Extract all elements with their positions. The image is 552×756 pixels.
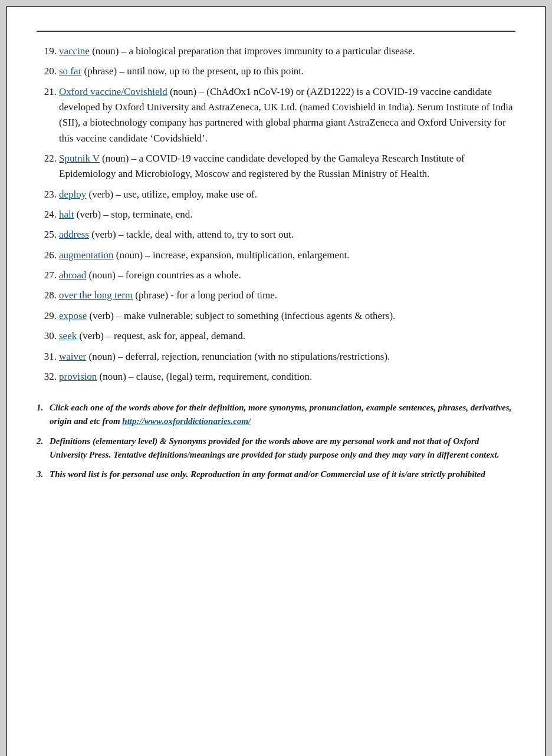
note-item-content: Click each one of the words above for th… [50,401,515,429]
word-link[interactable]: Sputnik V [59,153,100,164]
item-number: 30. [37,328,59,344]
item-content: deploy (verb) – use, utilize, employ, ma… [59,187,515,202]
note-item-number: 3. [37,468,50,481]
item-number: 29. [37,308,59,324]
item-content: Oxford vaccine/Covishield (noun) – (ChAd… [59,84,515,146]
word-link[interactable]: seek [59,330,77,341]
item-number: 31. [37,349,59,364]
word-link[interactable]: expose [59,310,87,321]
word-list-item: 30.seek (verb) – request, ask for, appea… [37,328,515,344]
word-list-item: 26.augmentation (noun) – increase, expan… [37,248,515,263]
word-list-item: 21.Oxford vaccine/Covishield (noun) – (C… [37,84,515,146]
item-number: 26. [37,248,59,263]
note-list: 1.Click each one of the words above for … [37,401,515,481]
word-list: 19.vaccine (noun) – a biological prepara… [37,44,515,384]
word-link[interactable]: deploy [59,189,86,200]
note-item-number: 2. [37,435,50,462]
word-link[interactable]: abroad [59,269,86,281]
word-list-item: 23.deploy (verb) – use, utilize, employ,… [37,187,515,202]
item-number: 21. [37,84,59,146]
word-list-item: 29.expose (verb) – make vulnerable; subj… [37,308,515,324]
note-section: 1.Click each one of the words above for … [37,401,515,481]
word-list-item: 25.address (verb) – tackle, deal with, a… [37,227,515,242]
word-list-item: 32.provision (noun) – clause, (legal) te… [37,369,515,384]
item-content: seek (verb) – request, ask for, appeal, … [59,328,515,344]
note-list-item: 1.Click each one of the words above for … [37,401,515,429]
word-link[interactable]: vaccine [59,45,90,57]
item-number: 22. [37,151,59,182]
word-list-item: 31.waiver (noun) – deferral, rejection, … [37,349,515,364]
item-content: expose (verb) – make vulnerable; subject… [59,308,515,324]
word-link[interactable]: Oxford vaccine/Covishield [59,86,167,97]
word-list-item: 22.Sputnik V (noun) – a COVID-19 vaccine… [37,151,515,182]
item-content: Sputnik V (noun) – a COVID-19 vaccine ca… [59,151,515,182]
item-number: 27. [37,268,59,283]
item-number: 28. [37,288,59,303]
word-link[interactable]: augmentation [59,249,114,261]
word-link[interactable]: halt [59,209,74,220]
item-number: 20. [37,64,59,79]
word-list-item: 28.over the long term (phrase) - for a l… [37,288,515,303]
item-number: 24. [37,207,59,222]
item-content: address (verb) – tackle, deal with, atte… [59,227,515,242]
item-number: 19. [37,44,59,59]
item-content: provision (noun) – clause, (legal) term,… [59,369,515,384]
item-content: waiver (noun) – deferral, rejection, ren… [59,349,515,364]
word-list-item: 20.so far (phrase) – until now, up to th… [37,64,515,79]
item-content: halt (verb) – stop, terminate, end. [59,207,515,222]
word-list-item: 24.halt (verb) – stop, terminate, end. [37,207,515,222]
note-list-item: 3.This word list is for personal use onl… [37,468,515,481]
word-link[interactable]: address [59,229,89,240]
item-number: 23. [37,187,59,202]
word-link[interactable]: provision [59,371,97,382]
item-content: so far (phrase) – until now, up to the p… [59,64,515,79]
note-item-content: Definitions (elementary level) & Synonym… [50,435,515,462]
item-number: 32. [37,369,59,384]
item-content: over the long term (phrase) - for a long… [59,288,515,303]
note-item-number: 1. [37,401,50,429]
item-content: augmentation (noun) – increase, expansio… [59,248,515,263]
item-content: vaccine (noun) – a biological preparatio… [59,44,515,59]
content: 19.vaccine (noun) – a biological prepara… [37,31,515,481]
item-number: 25. [37,227,59,242]
page-container: 19.vaccine (noun) – a biological prepara… [6,6,546,756]
word-link[interactable]: over the long term [59,290,133,301]
note-link[interactable]: http://www.oxforddictionaries.com/ [122,416,251,426]
item-content: abroad (noun) – foreign countries as a w… [59,268,515,283]
word-link[interactable]: waiver [59,351,86,362]
note-list-item: 2.Definitions (elementary level) & Synon… [37,435,515,462]
word-list-item: 27.abroad (noun) – foreign countries as … [37,268,515,283]
word-link[interactable]: so far [59,65,81,77]
note-item-content: This word list is for personal use only.… [50,468,515,481]
word-list-item: 19.vaccine (noun) – a biological prepara… [37,44,515,59]
header-divider [37,31,515,32]
